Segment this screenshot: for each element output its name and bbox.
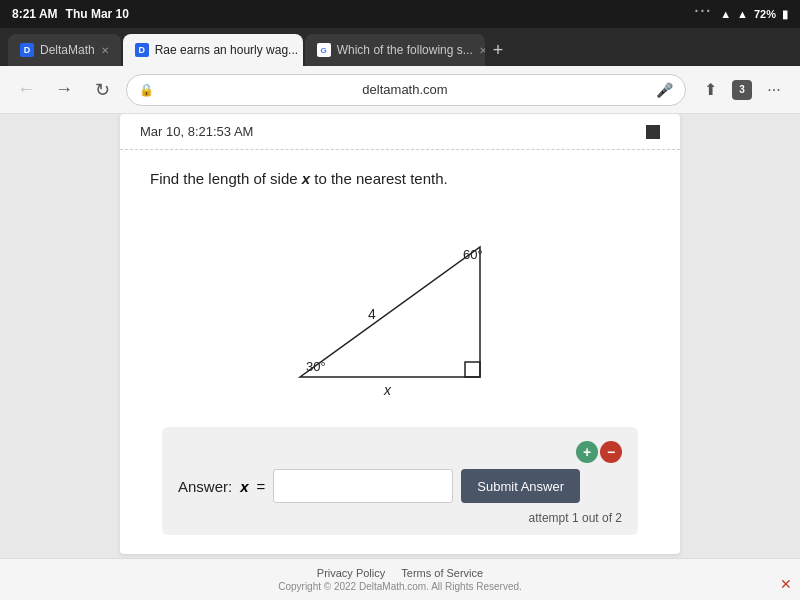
rae-tab-favicon: D [135,43,149,57]
status-right: ▲ ▲ 72% ▮ [720,8,788,21]
status-bar: 8:21 AM Thu Mar 10 ··· ▲ ▲ 72% ▮ [0,0,800,28]
url-text: deltamath.com [160,82,650,97]
side-4-label: 4 [368,306,376,322]
answer-area: + − Answer: x = Submit Answer attempt 1 … [162,427,638,535]
tab-overflow-dots: ··· [695,3,713,25]
equals-sign: = [257,478,266,495]
signal-icon: ▲ [737,8,748,20]
answer-variable: x [240,478,248,495]
which-tab-favicon: G [317,43,331,57]
submit-answer-button[interactable]: Submit Answer [461,469,580,503]
triangle-svg: 60° 30° 4 x [280,207,520,407]
mic-icon: 🎤 [656,82,673,98]
card-header: Mar 10, 8:21:53 AM [120,114,680,150]
reload-button[interactable]: ↻ [88,76,116,104]
tab-which-close[interactable]: ✕ [479,45,485,56]
terms-of-service-link[interactable]: Terms of Service [401,567,483,579]
battery-display: 72% [754,8,776,20]
question-area: Find the length of side x to the nearest… [120,150,680,554]
question-variable: x [302,170,310,187]
triangle-diagram: 60° 30° 4 x [150,207,650,407]
main-content: Mar 10, 8:21:53 AM Find the length of si… [0,114,800,558]
lock-icon: 🔒 [139,83,154,97]
address-bar[interactable]: 🔒 deltamath.com 🎤 [126,74,686,106]
share-button[interactable]: ⬆ [696,76,724,104]
deltamath-favicon: D [20,43,34,57]
battery-icon: ▮ [782,8,788,21]
close-x-button[interactable]: ✕ [780,576,792,592]
footer: Privacy Policy Terms of Service Copyrigh… [0,558,800,600]
header-square [646,125,660,139]
angle-30-label: 30° [306,359,326,374]
zoom-controls: + − [178,441,622,463]
tab-deltamath[interactable]: D DeltaMath ✕ [8,34,121,66]
answer-label: Answer: [178,478,232,495]
back-button[interactable]: ← [12,76,40,104]
angle-60-label: 60° [463,247,483,262]
privacy-policy-link[interactable]: Privacy Policy [317,567,385,579]
time-display: 8:21 AM [12,7,58,21]
answer-input[interactable] [273,469,453,503]
nav-actions: ⬆ 3 ··· [696,76,788,104]
timestamp: Mar 10, 8:21:53 AM [140,124,253,139]
footer-copyright: Copyright © 2022 DeltaMath.com. All Righ… [278,581,522,592]
tab-rae[interactable]: D Rae earns an hourly wag... ✕ [123,34,303,66]
question-prefix: Find the length of side [150,170,302,187]
status-left: 8:21 AM Thu Mar 10 [12,7,129,21]
new-tab-button[interactable]: + [487,34,510,66]
tab-deltamath-close[interactable]: ✕ [101,45,109,56]
nav-bar: ← → ↻ 🔒 deltamath.com 🎤 ⬆ 3 ··· [0,66,800,114]
attempt-text: attempt 1 out of 2 [178,511,622,525]
right-angle-symbol [465,362,480,377]
wifi-icon: ▲ [720,8,731,20]
question-text: Find the length of side x to the nearest… [150,170,650,187]
zoom-in-button[interactable]: + [576,441,598,463]
more-button[interactable]: ··· [760,76,788,104]
tab-count-badge[interactable]: 3 [732,80,752,100]
tab-which[interactable]: G Which of the following s... ✕ [305,34,485,66]
tab-rae-label: Rae earns an hourly wag... [155,43,298,57]
tab-deltamath-label: DeltaMath [40,43,95,57]
answer-row: Answer: x = Submit Answer [178,469,622,503]
tab-bar: D DeltaMath ✕ D Rae earns an hourly wag.… [0,28,800,66]
triangle-shape [300,247,480,377]
footer-links: Privacy Policy Terms of Service [317,567,483,579]
zoom-out-button[interactable]: − [600,441,622,463]
question-suffix: to the nearest tenth. [310,170,448,187]
forward-button[interactable]: → [50,76,78,104]
tab-which-label: Which of the following s... [337,43,473,57]
date-display: Thu Mar 10 [66,7,129,21]
side-x-label: x [383,382,392,398]
content-card: Mar 10, 8:21:53 AM Find the length of si… [120,114,680,554]
